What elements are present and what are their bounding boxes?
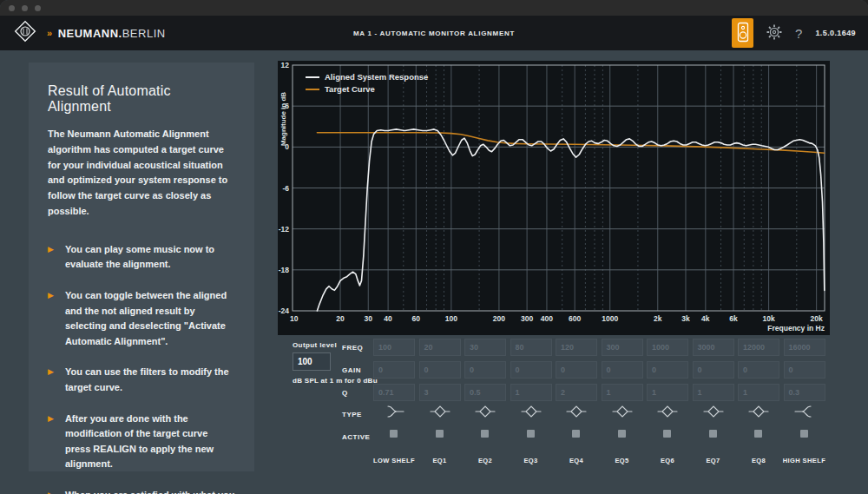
x-tick-label: 60 xyxy=(412,314,421,323)
gain-input[interactable]: 0 xyxy=(738,361,779,379)
freq-input[interactable]: 100 xyxy=(373,339,415,356)
eq-row-label-active: ACTIVE xyxy=(342,433,370,441)
y-tick-label: -24 xyxy=(279,306,290,315)
freq-input[interactable]: 30 xyxy=(464,339,506,356)
instruction-text: You can use the filters to modify the ta… xyxy=(65,365,235,395)
freq-input[interactable]: 12000 xyxy=(738,339,779,356)
q-input[interactable]: 0.71 xyxy=(373,384,415,401)
q-input[interactable]: 1 xyxy=(738,384,779,401)
x-tick-label: 200 xyxy=(493,314,505,323)
eq-row-label-gain: GAIN xyxy=(342,366,361,374)
filter-type-lowshelf-icon[interactable] xyxy=(373,405,415,418)
filter-type-bell-icon[interactable] xyxy=(419,405,461,418)
gain-input[interactable]: 0 xyxy=(647,361,688,379)
active-checkbox[interactable] xyxy=(390,430,398,438)
help-button[interactable]: ? xyxy=(795,26,802,41)
y-tick-label: -6 xyxy=(282,184,289,193)
gain-input[interactable]: 0 xyxy=(419,361,461,379)
x-tick-label: 20k xyxy=(811,314,823,323)
response-chart: 1260-6-12-18-241020304060100200300400600… xyxy=(278,61,830,335)
q-input[interactable]: 0.5 xyxy=(464,384,506,401)
x-tick-label: 30 xyxy=(365,314,373,323)
q-input[interactable]: 1 xyxy=(602,384,643,401)
panel-paragraph: The Neumann Automatic Alignment algorith… xyxy=(48,127,235,220)
brand-chevrons-icon: » xyxy=(47,28,53,38)
gain-input[interactable]: 0 xyxy=(784,361,825,379)
gain-input[interactable]: 0 xyxy=(464,361,506,379)
filter-type-bell-icon[interactable] xyxy=(556,405,597,418)
window-close-button[interactable] xyxy=(9,5,15,11)
instruction-item: ▶After you are done with the modificatio… xyxy=(48,412,235,472)
brand-wordmark: » NEUMANN. BERLIN xyxy=(47,27,166,40)
filter-type-bell-icon[interactable] xyxy=(602,405,643,418)
window-minimize-button[interactable] xyxy=(22,5,28,11)
active-checkbox[interactable] xyxy=(572,430,580,438)
bullet-arrow-icon: ▶ xyxy=(48,365,54,395)
x-tick-label: 3k xyxy=(681,314,690,323)
x-axis-title: Frequency in Hz xyxy=(767,324,825,333)
bullet-arrow-icon: ▶ xyxy=(48,412,54,472)
q-input[interactable]: 1 xyxy=(647,384,688,401)
instruction-text: You can play some music now to evaluate … xyxy=(65,242,235,273)
eq-row-label-type: TYPE xyxy=(342,411,362,418)
active-checkbox[interactable] xyxy=(618,430,626,438)
active-checkbox[interactable] xyxy=(481,430,489,438)
instruction-text: You can toggle between the aligned and t… xyxy=(65,288,235,349)
gain-input[interactable]: 0 xyxy=(693,361,734,379)
active-checkbox[interactable] xyxy=(800,430,808,438)
freq-input[interactable]: 20 xyxy=(419,339,461,356)
monitor-setup-button[interactable] xyxy=(732,18,753,48)
x-tick-label: 20 xyxy=(336,314,345,323)
q-input[interactable]: 1 xyxy=(693,384,734,401)
freq-input[interactable]: 1000 xyxy=(647,339,688,356)
legend-item: Target Curve xyxy=(306,84,428,94)
x-tick-label: 40 xyxy=(384,314,392,323)
eq-column-label: HIGH SHELF xyxy=(772,457,838,464)
result-panel: Result of Automatic Alignment The Neuman… xyxy=(29,63,254,471)
q-input[interactable]: 1 xyxy=(510,384,552,401)
settings-button[interactable] xyxy=(766,24,782,43)
filter-type-bell-icon[interactable] xyxy=(693,405,734,418)
q-input[interactable]: 3 xyxy=(419,384,461,401)
instruction-text: When you are satisfied with what you hea… xyxy=(65,488,235,494)
bullet-arrow-icon: ▶ xyxy=(48,288,54,349)
freq-input[interactable]: 16000 xyxy=(784,339,825,356)
freq-input[interactable]: 300 xyxy=(602,339,643,356)
instruction-item: ▶You can use the filters to modify the t… xyxy=(48,365,235,395)
active-checkbox[interactable] xyxy=(663,430,671,438)
gain-input[interactable]: 0 xyxy=(602,361,643,379)
y-tick-label: -12 xyxy=(279,225,290,234)
gain-input[interactable]: 0 xyxy=(373,361,415,379)
panel-heading: Result of Automatic Alignment xyxy=(48,83,235,115)
freq-input[interactable]: 120 xyxy=(556,339,597,356)
gain-input[interactable]: 0 xyxy=(556,361,597,379)
freq-input[interactable]: 80 xyxy=(510,339,552,356)
filter-type-bell-icon[interactable] xyxy=(647,405,688,418)
q-input[interactable]: 2 xyxy=(556,384,597,401)
y-axis-title: Magnitude in dB xyxy=(279,92,287,146)
instruction-item: ▶You can play some music now to evaluate… xyxy=(48,242,235,273)
freq-input[interactable]: 3000 xyxy=(693,339,734,356)
eq-row-label-freq: FREQ xyxy=(342,344,363,352)
instruction-list: ▶You can play some music now to evaluate… xyxy=(48,242,235,494)
legend-item: Aligned System Response xyxy=(306,72,428,82)
active-checkbox[interactable] xyxy=(527,430,535,438)
window-zoom-button[interactable] xyxy=(35,5,41,11)
filter-type-bell-icon[interactable] xyxy=(510,405,552,418)
active-checkbox[interactable] xyxy=(436,430,444,438)
x-tick-label: 10k xyxy=(763,314,775,323)
filter-type-bell-icon[interactable] xyxy=(464,405,506,418)
series-aligned-system-response xyxy=(317,129,824,311)
gain-input[interactable]: 0 xyxy=(510,361,552,379)
q-input[interactable]: 0.3 xyxy=(784,384,825,401)
active-checkbox[interactable] xyxy=(754,430,762,438)
legend-swatch xyxy=(306,76,319,78)
output-level-input[interactable] xyxy=(293,352,331,371)
active-checkbox[interactable] xyxy=(709,430,717,438)
y-tick-label: -18 xyxy=(279,266,290,274)
filter-type-bell-icon[interactable] xyxy=(738,405,779,418)
x-tick-label: 100 xyxy=(445,314,457,323)
filter-type-highshelf-icon[interactable] xyxy=(784,405,825,418)
chart-legend: Aligned System ResponseTarget Curve xyxy=(306,72,428,96)
speaker-icon xyxy=(737,22,749,45)
